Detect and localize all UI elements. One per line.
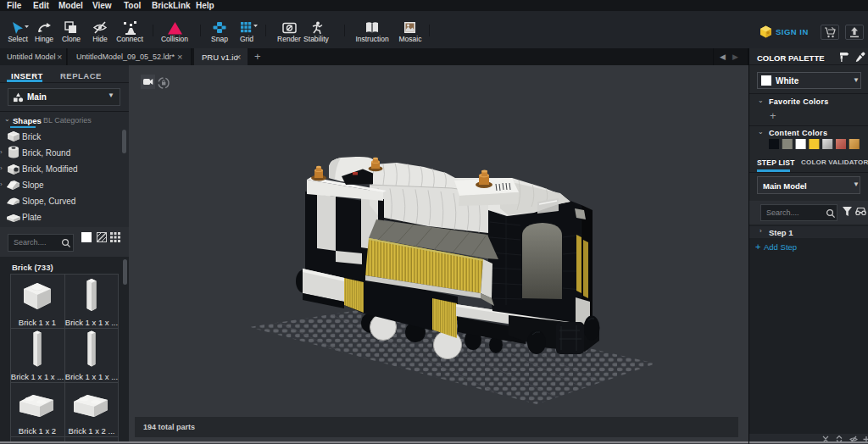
svg-text:Brick 1 x 1 x ...: Brick 1 x 1 x ... [65,318,118,327]
svg-text:Brick 1 x 1: Brick 1 x 1 [19,318,56,327]
svg-text:Brick 1 x 2 ...: Brick 1 x 2 ... [69,426,115,436]
svg-text:Brick 1 x 1 x ...: Brick 1 x 1 x ... [65,372,118,381]
svg-text:Brick 1 x 2: Brick 1 x 2 [19,426,56,436]
svg-text:Brick 1 x 1 x ...: Brick 1 x 1 x ... [11,372,64,381]
